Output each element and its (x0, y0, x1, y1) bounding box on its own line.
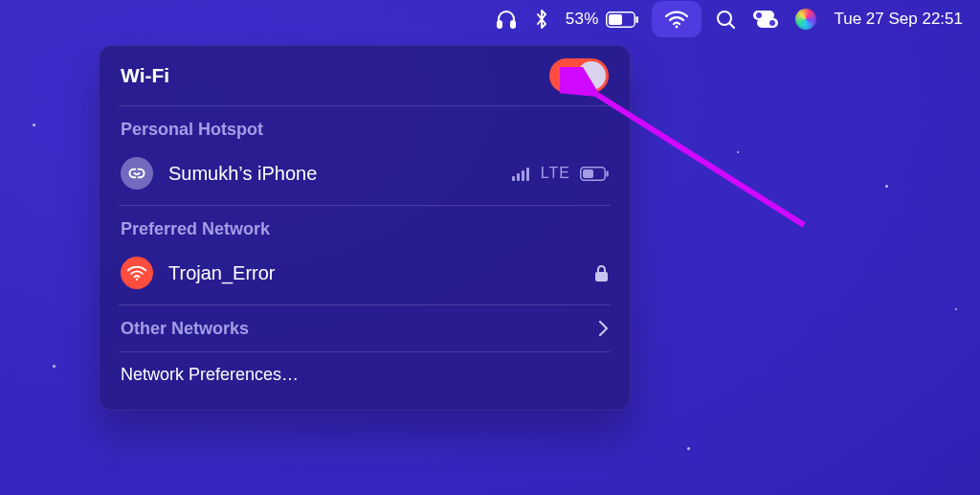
section-preferred-network: Preferred Network (121, 206, 609, 249)
svg-rect-16 (595, 272, 608, 281)
wifi-toggle-knob (577, 61, 606, 90)
hotspot-battery-icon (580, 167, 609, 181)
signal-bars-icon (512, 166, 531, 181)
svg-rect-3 (609, 14, 622, 25)
preferred-network-row[interactable]: Trojan_Error (121, 249, 609, 297)
svg-rect-8 (512, 176, 515, 181)
hotspot-row[interactable]: Sumukh’s iPhone LTE (121, 149, 609, 197)
svg-rect-0 (498, 21, 501, 28)
menubar-clock[interactable]: Tue 27 Sep 22:51 (834, 0, 963, 38)
battery-icon (606, 11, 638, 28)
section-personal-hotspot: Personal Hotspot (121, 106, 609, 149)
svg-rect-14 (607, 170, 609, 176)
svg-rect-9 (517, 173, 520, 181)
hotspot-link-icon (121, 157, 153, 190)
battery-status[interactable]: 53% (566, 0, 639, 38)
menubar-wifi-button[interactable] (656, 5, 698, 34)
spotlight-search-icon[interactable] (715, 0, 736, 38)
headphones-icon[interactable] (495, 0, 518, 38)
control-center-icon[interactable] (753, 0, 778, 38)
hotspot-name: Sumukh’s iPhone (168, 163, 497, 185)
wifi-network-icon (121, 257, 153, 289)
svg-rect-4 (636, 16, 639, 23)
wifi-panel: Wi-Fi Personal Hotspot Sumukh’s iPhone (99, 45, 631, 411)
network-preferences-row[interactable]: Network Preferences… (121, 352, 609, 396)
svg-rect-13 (583, 169, 593, 178)
svg-rect-1 (511, 21, 515, 28)
bluetooth-icon[interactable] (535, 0, 548, 38)
hotspot-status: LTE (512, 165, 609, 182)
lock-icon (594, 264, 609, 282)
siri-icon[interactable] (795, 0, 816, 38)
svg-rect-11 (526, 168, 529, 181)
battery-percent: 53% (566, 10, 599, 29)
desktop: 53% (0, 0, 980, 495)
wifi-toggle[interactable] (549, 58, 609, 93)
preferred-network-name: Trojan_Error (168, 262, 579, 284)
wifi-title: Wi-Fi (121, 64, 169, 87)
svg-point-5 (676, 26, 679, 29)
wifi-header: Wi-Fi (121, 46, 609, 105)
svg-point-15 (136, 279, 138, 281)
other-networks-row[interactable]: Other Networks (121, 305, 609, 351)
menubar: 53% (0, 0, 980, 38)
svg-rect-10 (522, 170, 524, 181)
svg-line-7 (729, 23, 734, 28)
chevron-right-icon (598, 320, 609, 337)
